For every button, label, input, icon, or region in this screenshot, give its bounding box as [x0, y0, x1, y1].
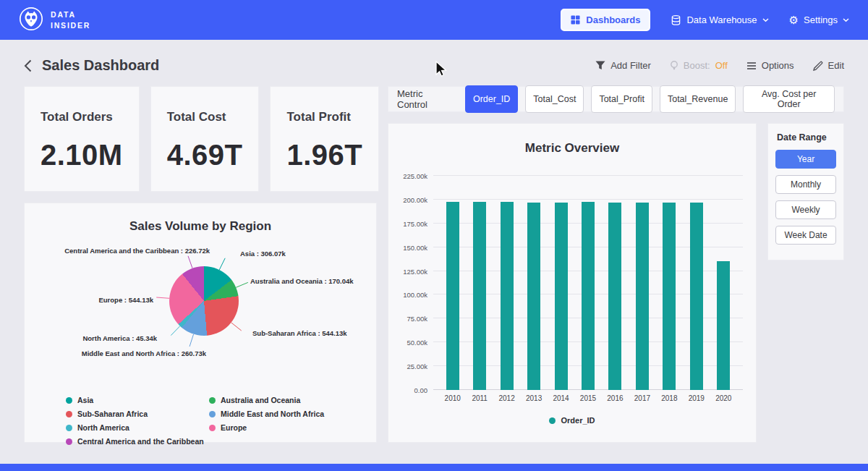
legend-item-north-america: North America	[66, 423, 192, 432]
pie-callout-north-america: North America : 45.34k	[82, 334, 157, 342]
x-axis-tick: 2012	[493, 394, 520, 402]
kpi-card-total-profit: Total Profit1.96T	[270, 86, 379, 192]
bar-2013[interactable]	[527, 203, 540, 390]
chart-row: Metric Overview 0.0025.00k50.00k75.00k10…	[388, 123, 844, 443]
date-range-option-week-date[interactable]: Week Date	[775, 226, 836, 245]
metric-option-total-profit[interactable]: Total_Profit	[591, 85, 652, 113]
dashboards-button[interactable]: Dashboards	[561, 9, 650, 31]
metric-overview-card: Metric Overview 0.0025.00k50.00k75.00k10…	[388, 123, 757, 443]
edit-button[interactable]: Edit	[813, 60, 844, 71]
bar-slot	[574, 176, 601, 390]
boost-label: Boost:	[684, 60, 710, 71]
y-axis-tick: 175.00k	[403, 219, 427, 227]
y-axis-tick: 225.00k	[403, 172, 427, 180]
date-range-buttons: YearMonthlyWeeklyWeek Date	[775, 150, 836, 245]
topbar: DATA INSIDER Dashboards	[0, 0, 868, 40]
bar-bars	[433, 176, 743, 390]
legend-label: Sub-Saharan Africa	[77, 410, 148, 418]
pie-chart-title: Sales Volume by Region	[36, 219, 365, 234]
pie-callout-middle-east-and-north-africa: Middle East and North Africa : 260.73k	[82, 349, 206, 357]
pie-callout-europe: Europe : 544.13k	[98, 296, 153, 304]
bar-slot	[493, 176, 520, 390]
page-header: Sales Dashboard Add Filter Boost: Off	[0, 40, 868, 74]
legend-item-sub-saharan-africa: Sub-Saharan Africa	[66, 410, 192, 418]
legend-item-australia-and-oceania: Australia and Oceania	[209, 396, 335, 404]
brand-line-1: DATA	[51, 9, 90, 20]
data-warehouse-menu[interactable]: Data Warehouse	[671, 14, 768, 26]
bar-2018[interactable]	[663, 203, 676, 390]
boost-toggle[interactable]: Boost: Off	[670, 60, 728, 71]
bar-slot	[520, 176, 547, 390]
bar-slot	[548, 176, 574, 390]
brand-logo: DATA INSIDER	[19, 7, 90, 34]
bar-slot	[439, 176, 466, 390]
bar-2015[interactable]	[582, 202, 595, 390]
y-axis-tick: 0.00	[414, 386, 428, 394]
back-button[interactable]	[24, 59, 32, 72]
bar-slot	[683, 176, 710, 390]
bar-chart-legend: Order_ID	[388, 416, 756, 425]
legend-item-asia: Asia	[66, 396, 192, 404]
kpi-card-total-orders: Total Orders2.10M	[24, 86, 140, 192]
pie-callout-australia-and-oceania: Australia and Oceania : 170.04k	[250, 277, 354, 285]
sales-volume-card: Sales Volume by Region Asia : 306.07kAus…	[24, 203, 377, 443]
bar-chart-title: Metric Overview	[388, 141, 756, 156]
legend-dot	[66, 438, 72, 445]
metric-option-total-revenue[interactable]: Total_Revenue	[660, 85, 736, 113]
x-axis-tick: 2013	[520, 394, 547, 402]
legend-dot	[209, 425, 216, 431]
settings-menu[interactable]: ⚙ Settings	[789, 14, 849, 25]
legend-dot	[66, 411, 72, 417]
bar-2017[interactable]	[636, 203, 649, 390]
bar-2012[interactable]	[501, 202, 514, 390]
x-axis-tick: 2010	[439, 394, 466, 402]
pie-circle[interactable]	[169, 266, 239, 336]
dashboards-grid-icon	[571, 15, 580, 25]
brand-name: DATA INSIDER	[51, 9, 90, 30]
boost-value: Off	[715, 60, 728, 71]
bar-2010[interactable]	[446, 202, 459, 390]
x-axis-tick: 2011	[466, 394, 493, 402]
edit-label: Edit	[828, 60, 844, 71]
pie-legend: AsiaSub-Saharan AfricaNorth AmericaCentr…	[66, 396, 335, 446]
bar-2020[interactable]	[717, 261, 730, 390]
data-warehouse-label: Data Warehouse	[686, 14, 757, 25]
y-axis-tick: 150.00k	[403, 243, 427, 251]
x-axis-tick: 2018	[656, 394, 683, 402]
bar-slot	[656, 176, 683, 390]
date-range-option-weekly[interactable]: Weekly	[775, 200, 836, 219]
left-column: Total Orders2.10MTotal Cost4.69TTotal Pr…	[24, 86, 377, 443]
date-range-card: Date Range YearMonthlyWeeklyWeek Date	[767, 123, 844, 260]
bar-2016[interactable]	[608, 203, 621, 390]
right-column: Metric Control Order_IDTotal_CostTotal_P…	[388, 86, 844, 443]
add-filter-button[interactable]: Add Filter	[595, 60, 651, 71]
legend-dot	[66, 397, 72, 404]
metric-option-total-cost[interactable]: Total_Cost	[525, 85, 584, 113]
brand-line-2: INSIDER	[51, 20, 90, 31]
legend-label: Europe	[221, 423, 247, 432]
date-range-option-year[interactable]: Year	[775, 150, 836, 169]
bar-legend-label: Order_ID	[561, 416, 595, 425]
kpi-label: Total Profit	[286, 110, 362, 124]
bar-2019[interactable]	[690, 203, 703, 390]
bar-2014[interactable]	[555, 203, 568, 390]
bar-slot	[466, 176, 493, 390]
boost-icon	[670, 61, 678, 71]
date-range-option-monthly[interactable]: Monthly	[775, 175, 836, 194]
main-content: Total Orders2.10MTotal Cost4.69TTotal Pr…	[0, 74, 868, 443]
kpi-value: 4.69T	[167, 139, 243, 171]
metric-option-avg-cost-per-order[interactable]: Avg. Cost per Order	[743, 85, 835, 113]
kpi-value: 2.10M	[41, 139, 123, 171]
metric-control-bar: Metric Control Order_IDTotal_CostTotal_P…	[388, 86, 844, 112]
bottom-accent-bar	[0, 464, 868, 471]
x-axis-tick: 2019	[683, 394, 710, 402]
metric-option-order-id[interactable]: Order_ID	[465, 85, 518, 113]
options-button[interactable]: Options	[746, 60, 794, 71]
legend-item-central-america-and-the-caribbean: Central America and the Caribbean	[66, 437, 192, 446]
y-axis-tick: 125.00k	[403, 267, 427, 275]
gear-icon: ⚙	[789, 14, 799, 25]
bar-slot	[602, 176, 629, 390]
filter-funnel-icon	[595, 61, 605, 70]
x-axis-tick: 2017	[629, 394, 655, 402]
bar-2011[interactable]	[473, 202, 486, 390]
